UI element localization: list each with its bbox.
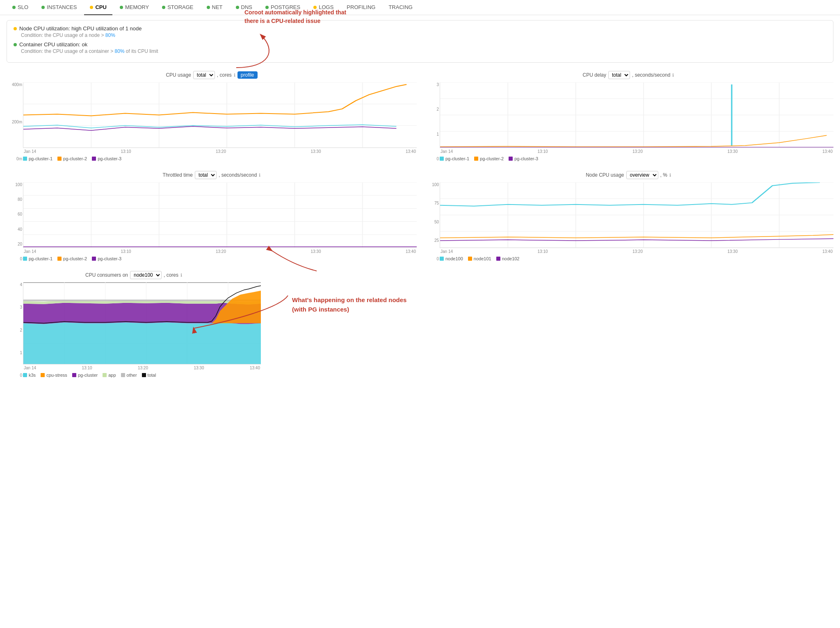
throttled-time-info-icon[interactable]: ℹ — [259, 173, 260, 178]
cpu-consumers-x-axis: Jan 1413:1013:2013:3013:40 — [23, 366, 261, 370]
tab-tracing[interactable]: TRACING — [383, 0, 418, 15]
alert-node-cpu: Node CPU utilization: high CPU utilizati… — [14, 25, 826, 38]
node-cpu-usage-info-icon[interactable]: ℹ — [669, 173, 671, 178]
node-cpu-usage-x-axis: Jan 1413:1013:2013:3013:40 — [440, 249, 833, 254]
dot-net — [207, 6, 210, 9]
dot-instances — [41, 6, 45, 9]
cpu-usage-x-axis: Jan 1413:1013:2013:3013:40 — [23, 149, 417, 154]
cpu-usage-chart — [23, 82, 417, 148]
dot-dns — [236, 6, 239, 9]
coroot-annotation: Coroot automatically highlighted thatthe… — [244, 8, 346, 25]
threshold-link-1[interactable]: 80% — [105, 32, 115, 38]
throttled-time-dropdown[interactable]: total — [195, 171, 217, 179]
node-cpu-usage-chart — [440, 182, 833, 248]
throttled-time-legend: pg-cluster-1 pg-cluster-2 pg-cluster-3 — [23, 256, 417, 261]
throttled-time-y-axis: 100806040200 — [7, 182, 22, 261]
cpu-consumers-legend: k3s cpu-stress pg-cluster app other tota… — [23, 373, 261, 378]
node-cpu-usage-dropdown[interactable]: overview — [626, 171, 658, 179]
cpu-consumers-info-icon[interactable]: ℹ — [180, 273, 182, 278]
throttled-time-chart — [23, 182, 417, 248]
alert-dot-green — [14, 43, 17, 46]
alert-container-cpu: Container CPU utilization: ok Condition:… — [14, 41, 826, 54]
tab-slo[interactable]: SLO — [7, 0, 34, 15]
node-cpu-usage-y-axis: 1007550250 — [424, 182, 439, 261]
node-cpu-usage-legend: node100 node101 node102 — [440, 256, 833, 261]
cpu-usage-legend: pg-cluster-1 pg-cluster-2 pg-cluster-3 — [23, 156, 417, 161]
alert-dot-yellow — [14, 27, 17, 30]
cpu-delay-x-axis: Jan 1413:1013:2013:3013:40 — [440, 149, 833, 154]
chart-throttled-time: Throttled time total , seconds/second ℹ … — [7, 171, 417, 261]
chart-cpu-consumers: CPU consumers on node100 , cores ℹ 43210 — [7, 271, 261, 378]
cpu-delay-y-axis: 3210 — [424, 82, 439, 161]
cpu-delay-legend: pg-cluster-1 pg-cluster-2 pg-cluster-3 — [440, 156, 833, 161]
cpu-usage-y-axis: 400m200m0m — [7, 82, 22, 161]
charts-row-1: CPU usage total , cores ℹ profile 400m20… — [7, 71, 833, 161]
chart-node-cpu-usage: Node CPU usage overview , % ℹ 1007550250 — [423, 171, 833, 261]
charts-area: CPU usage total , cores ℹ profile 400m20… — [0, 68, 840, 381]
cpu-delay-info-icon[interactable]: ℹ — [672, 73, 674, 78]
nodes-annotation-text: What's happening on the related nodes(wi… — [292, 296, 833, 314]
tab-net[interactable]: NET — [201, 0, 228, 15]
cpu-consumers-y-axis: 43210 — [7, 282, 22, 378]
threshold-link-2[interactable]: 80% — [114, 48, 124, 54]
throttled-time-x-axis: Jan 1413:1013:2013:3013:40 — [23, 249, 417, 254]
charts-row-2: Throttled time total , seconds/second ℹ … — [7, 171, 833, 261]
cpu-usage-info-icon[interactable]: ℹ — [234, 73, 235, 78]
tab-cpu[interactable]: CPU — [84, 0, 112, 15]
chart-cpu-delay: CPU delay total , seconds/second ℹ 3210 — [423, 71, 833, 161]
svg-marker-52 — [23, 323, 261, 364]
cpu-delay-dropdown[interactable]: total — [608, 71, 630, 79]
chart-cpu-usage: CPU usage total , cores ℹ profile 400m20… — [7, 71, 417, 161]
dot-cpu — [90, 6, 93, 9]
dot-slo — [12, 6, 16, 9]
tab-instances[interactable]: INSTANCES — [36, 0, 82, 15]
dot-storage — [162, 6, 165, 9]
tab-memory[interactable]: MEMORY — [114, 0, 155, 15]
nodes-annotation-area: What's happening on the related nodes(wi… — [267, 271, 833, 314]
cpu-consumers-chart — [23, 282, 261, 364]
profile-button[interactable]: profile — [237, 71, 258, 79]
cpu-consumers-dropdown[interactable]: node100 — [130, 271, 162, 279]
nav-tabs: SLO INSTANCES CPU MEMORY STORAGE NET DNS — [0, 0, 840, 15]
tab-profiling[interactable]: PROFILING — [341, 0, 381, 15]
charts-row-3: CPU consumers on node100 , cores ℹ 43210 — [7, 271, 833, 378]
cpu-delay-chart — [440, 82, 833, 148]
alerts-box: Node CPU utilization: high CPU utilizati… — [7, 20, 833, 63]
dot-memory — [120, 6, 123, 9]
cpu-usage-dropdown[interactable]: total — [193, 71, 215, 79]
tab-storage[interactable]: STORAGE — [156, 0, 199, 15]
